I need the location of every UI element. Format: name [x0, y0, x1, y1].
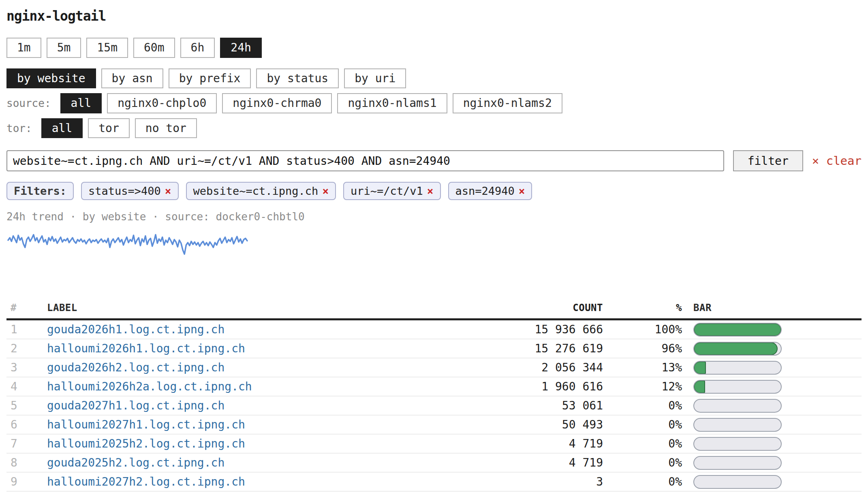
filters-label: Filters:	[14, 185, 66, 197]
row-pct: 0%	[603, 475, 682, 488]
page-title: nginx-logtail	[6, 8, 862, 24]
row-count: 15 276 619	[465, 342, 603, 355]
row-label-link[interactable]: gouda2026h2.log.ct.ipng.ch	[47, 361, 224, 374]
row-rank: 4	[6, 380, 47, 393]
time-range-button-5m[interactable]: 5m	[47, 38, 81, 58]
row-bar	[693, 437, 782, 451]
row-rank: 1	[6, 323, 47, 336]
table-row: 7halloumi2025h2.log.ct.ipng.ch4 7190%	[6, 435, 862, 454]
table-header-pct: %	[603, 300, 682, 313]
row-count: 4 719	[465, 456, 603, 469]
table-row: 8gouda2025h2.log.ct.ipng.ch4 7190%	[6, 454, 862, 473]
row-rank: 9	[6, 475, 47, 488]
row-pct: 0%	[603, 456, 682, 469]
row-rank: 8	[6, 456, 47, 469]
chip-remove-icon[interactable]: ×	[165, 185, 171, 197]
table-body: 1gouda2026h1.log.ct.ipng.ch15 936 666100…	[6, 320, 862, 492]
source-label: source:	[6, 97, 51, 109]
filter-bar: filter × clear	[6, 150, 862, 171]
tor-button-no-tor[interactable]: no tor	[135, 118, 197, 139]
table-row: 4halloumi2026h2a.log.ct.ipng.ch1 960 616…	[6, 377, 862, 396]
group-by-button-by-status[interactable]: by status	[256, 68, 339, 89]
row-count: 2 056 344	[465, 361, 603, 374]
row-label-link[interactable]: gouda2026h1.log.ct.ipng.ch	[47, 323, 224, 336]
filters-label-chip: Filters:	[6, 182, 74, 200]
source-button-nginx0-nlams2[interactable]: nginx0-nlams2	[453, 93, 562, 113]
row-bar	[693, 418, 782, 432]
source-button-nginx0-chrma0[interactable]: nginx0-chrma0	[222, 93, 332, 113]
trend-caption: 24h trend · by website · source: docker0…	[6, 211, 862, 223]
row-count: 15 936 666	[465, 323, 603, 336]
table-row: 9halloumi2027h2.log.ct.ipng.ch30%	[6, 473, 862, 492]
sparkline-chart	[6, 228, 250, 260]
time-range-button-60m[interactable]: 60m	[133, 38, 175, 58]
row-label-link[interactable]: gouda2027h1.log.ct.ipng.ch	[47, 399, 224, 412]
row-label-link[interactable]: halloumi2027h1.log.ct.ipng.ch	[47, 418, 245, 431]
row-label-link[interactable]: halloumi2025h2.log.ct.ipng.ch	[47, 437, 245, 450]
row-rank: 3	[6, 361, 47, 374]
filter-chip: uri~=/ct/v1×	[343, 182, 440, 200]
row-pct: 100%	[603, 323, 682, 336]
bar-fill	[694, 380, 705, 393]
tor-button-tor[interactable]: tor	[88, 118, 130, 139]
bar-fill	[694, 342, 778, 355]
clear-filters-link[interactable]: × clear	[812, 150, 862, 171]
chip-remove-icon[interactable]: ×	[322, 185, 329, 197]
time-range-button-15m[interactable]: 15m	[86, 38, 128, 58]
row-rank: 2	[6, 342, 47, 355]
tor-button-all[interactable]: all	[41, 118, 83, 139]
row-bar	[693, 380, 782, 394]
row-pct: 13%	[603, 361, 682, 374]
source-button-all[interactable]: all	[60, 93, 102, 113]
source-button-nginx0-nlams1[interactable]: nginx0-nlams1	[337, 93, 447, 113]
row-label-link[interactable]: gouda2025h2.log.ct.ipng.ch	[47, 456, 224, 469]
source-filter-group: source: allnginx0-chplo0nginx0-chrma0ngi…	[6, 93, 862, 113]
filter-submit-button[interactable]: filter	[733, 150, 803, 171]
row-pct: 96%	[603, 342, 682, 355]
source-button-nginx0-chplo0[interactable]: nginx0-chplo0	[107, 93, 217, 113]
row-label-link[interactable]: halloumi2027h2.log.ct.ipng.ch	[47, 475, 245, 488]
time-range-button-24h[interactable]: 24h	[220, 38, 262, 58]
group-by-group: by websiteby asnby prefixby statusby uri	[6, 68, 862, 89]
row-pct: 0%	[603, 399, 682, 412]
table-row: 1gouda2026h1.log.ct.ipng.ch15 936 666100…	[6, 320, 862, 339]
row-count: 53 061	[465, 399, 603, 412]
table-header-label: LABEL	[47, 300, 465, 313]
table-header-bar: BAR	[682, 300, 862, 313]
row-rank: 6	[6, 418, 47, 431]
row-pct: 0%	[603, 418, 682, 431]
group-by-button-by-asn[interactable]: by asn	[101, 68, 163, 89]
filter-chip-text: asn=24940	[455, 185, 515, 197]
filter-chip: status=>400×	[81, 182, 178, 200]
row-rank: 5	[6, 399, 47, 412]
table-header-row: # LABEL COUNT % BAR	[6, 300, 862, 320]
active-filters-row: Filters: status=>400×website~=ct.ipng.ch…	[6, 182, 862, 200]
filter-chip-text: website~=ct.ipng.ch	[193, 185, 319, 197]
row-label-link[interactable]: halloumi2026h2a.log.ct.ipng.ch	[47, 380, 252, 393]
row-bar	[693, 323, 782, 337]
row-count: 1 960 616	[465, 380, 603, 393]
group-by-button-by-uri[interactable]: by uri	[344, 68, 406, 89]
row-label-link[interactable]: halloumi2026h1.log.ct.ipng.ch	[47, 342, 245, 355]
chip-remove-icon[interactable]: ×	[427, 185, 434, 197]
time-range-button-1m[interactable]: 1m	[6, 38, 41, 58]
group-by-button-by-website[interactable]: by website	[6, 68, 96, 89]
table-header-rank: #	[6, 300, 47, 313]
bar-fill	[694, 361, 706, 374]
tor-label: tor:	[6, 122, 32, 134]
time-range-button-6h[interactable]: 6h	[180, 38, 215, 58]
filter-chip-text: uri~=/ct/v1	[351, 185, 423, 197]
group-by-button-by-prefix[interactable]: by prefix	[169, 68, 251, 89]
row-bar	[693, 456, 782, 470]
row-bar	[693, 361, 782, 375]
table-row: 3gouda2026h2.log.ct.ipng.ch2 056 34413%	[6, 358, 862, 377]
table-row: 2halloumi2026h1.log.ct.ipng.ch15 276 619…	[6, 339, 862, 358]
trend-sparkline	[6, 228, 862, 261]
filter-chip: website~=ct.ipng.ch×	[186, 182, 336, 200]
table-header-count: COUNT	[465, 300, 603, 313]
results-table: # LABEL COUNT % BAR 1gouda2026h1.log.ct.…	[6, 300, 862, 492]
filter-query-input[interactable]	[6, 150, 724, 171]
row-bar	[693, 475, 782, 489]
chip-remove-icon[interactable]: ×	[519, 185, 525, 197]
table-row: 5gouda2027h1.log.ct.ipng.ch53 0610%	[6, 396, 862, 416]
